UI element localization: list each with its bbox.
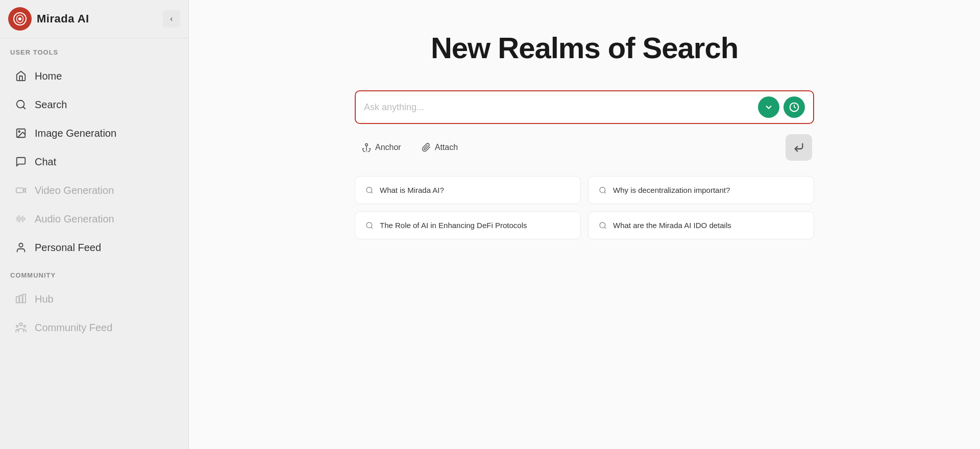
attach-label: Attach [435,143,458,152]
sidebar-item-hub[interactable]: Hub [4,285,184,313]
main-content: New Realms of Search [189,0,980,449]
svg-point-26 [366,222,372,228]
sidebar-item-chat-label: Chat [35,156,56,168]
svg-rect-15 [19,295,22,303]
video-icon [14,184,28,197]
svg-line-23 [371,192,373,193]
suggestion-text-1: Why is decentralization important? [613,186,730,194]
image-icon [14,127,28,140]
search-container [355,90,814,124]
user-tools-section-label: USER TOOLS [0,48,188,61]
app-logo-icon [8,7,32,31]
svg-point-19 [24,325,26,327]
svg-point-24 [600,187,605,193]
enter-icon [793,142,804,153]
svg-rect-6 [16,188,23,192]
search-toolbar: Anchor Attach [355,134,814,161]
search-icon [14,98,28,111]
page-title: New Realms of Search [431,31,738,65]
toolbar-left-actions: Anchor Attach [357,140,463,155]
svg-rect-16 [23,294,26,303]
suggestion-search-icon-3 [599,221,607,230]
anchor-icon [362,143,371,152]
svg-point-13 [19,243,22,247]
sidebar-item-audio-generation[interactable]: Audio Generation [4,205,184,233]
suggestion-text-3: What are the Mirada AI IDO details [613,221,731,230]
sidebar-item-search-label: Search [35,99,67,111]
suggestion-search-icon-2 [365,221,374,230]
anchor-button[interactable]: Anchor [357,140,406,155]
suggestion-text-0: What is Mirada AI? [380,186,444,194]
chevron-left-icon: ‹ [170,14,173,23]
chat-icon [14,155,28,168]
sidebar-item-video-generation[interactable]: Video Generation [4,177,184,204]
attach-button[interactable]: Attach [416,140,463,155]
sidebar-item-personal-feed-label: Personal Feed [35,242,101,254]
sidebar-item-community-feed-label: Community Feed [35,322,112,334]
audio-icon [14,212,28,226]
sidebar-item-home-label: Home [35,70,62,82]
search-action-buttons [758,96,805,118]
suggestion-grid: What is Mirada AI? Why is decentralizati… [355,176,814,239]
sidebar-item-home[interactable]: Home [4,62,184,90]
sidebar-item-image-generation[interactable]: Image Generation [4,119,184,147]
suggestion-search-icon-1 [599,186,607,194]
svg-point-28 [600,222,605,228]
hub-icon [14,292,28,306]
search-input[interactable] [364,98,758,117]
suggestion-card-0[interactable]: What is Mirada AI? [355,176,581,204]
svg-point-18 [16,325,18,327]
sidebar-item-chat[interactable]: Chat [4,148,184,176]
search-input-wrapper [355,90,814,124]
search-submit-button-2[interactable] [783,96,805,118]
sidebar-item-hub-label: Hub [35,293,54,305]
svg-line-25 [604,192,606,193]
community-section-label: COMMUNITY [0,271,188,284]
svg-point-5 [18,131,20,132]
svg-line-29 [604,227,606,229]
person-icon [14,241,28,254]
sidebar-item-audio-generation-label: Audio Generation [35,213,114,225]
suggestion-card-1[interactable]: Why is decentralization important? [588,176,814,204]
anchor-label: Anchor [375,143,401,152]
svg-point-1 [18,17,21,20]
home-icon [14,69,28,83]
sidebar-item-search[interactable]: Search [4,91,184,118]
sidebar-item-image-generation-label: Image Generation [35,128,116,139]
svg-line-3 [23,107,25,109]
attach-icon [422,143,431,152]
suggestion-card-3[interactable]: What are the Mirada AI IDO details [588,211,814,239]
svg-point-17 [19,323,22,326]
svg-point-22 [366,187,372,193]
svg-rect-14 [16,296,19,303]
collapse-sidebar-button[interactable]: ‹ [163,10,180,28]
logo-area: Mirada AI [8,7,89,31]
sidebar-item-community-feed[interactable]: Community Feed [4,314,184,341]
app-name: Mirada AI [37,12,89,26]
enter-button[interactable] [786,134,812,161]
sidebar-item-video-generation-label: Video Generation [35,185,114,196]
suggestion-card-2[interactable]: The Role of AI in Enhancing DeFi Protoco… [355,211,581,239]
sidebar: Mirada AI ‹ USER TOOLS Home Search [0,0,189,449]
svg-line-27 [371,227,373,229]
sidebar-nav: USER TOOLS Home Search [0,38,188,449]
suggestion-text-2: The Role of AI in Enhancing DeFi Protoco… [380,221,527,230]
sidebar-header: Mirada AI ‹ [0,0,188,38]
community-icon [14,321,28,334]
suggestion-search-icon-0 [365,186,374,194]
search-submit-button-1[interactable] [758,96,779,118]
sidebar-item-personal-feed[interactable]: Personal Feed [4,234,184,261]
